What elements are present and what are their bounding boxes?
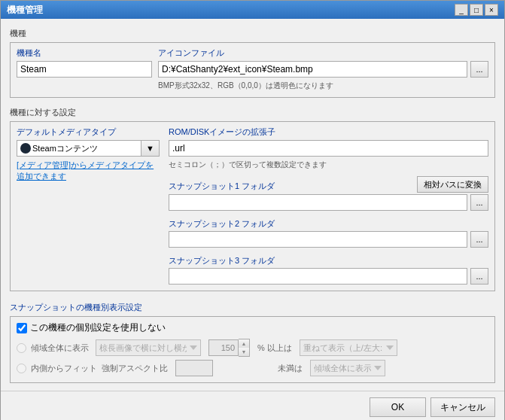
icon-hint: BMP形式32x32、RGB（0,0,0）は透明色になります (158, 81, 488, 91)
default-media-label: デフォルトメディアタイプ (17, 126, 160, 138)
media-dropdown-button[interactable]: ▼ (141, 140, 160, 157)
snapshot-display-title: スナップショットの機種別表示設定 (10, 302, 495, 313)
media-select-value: Steamコンテンツ (32, 143, 98, 154)
machine-name-col: 機種名 (17, 47, 152, 78)
machine-name-label: 機種名 (17, 47, 152, 59)
percent-input[interactable] (208, 339, 239, 356)
machine-name-input[interactable] (17, 61, 152, 78)
snapshot2-label: スナップショット2 フォルダ (169, 218, 488, 230)
machine-fields-row: 機種名 アイコンファイル ... BMP形式32x32、RGB（0,0,0）は透… (17, 47, 488, 91)
snapshot3-label: スナップショット3 フォルダ (169, 255, 488, 266)
individual-setting-label: この機種の個別設定を使用しない (30, 321, 166, 334)
icon-file-row: ... (158, 61, 488, 78)
individual-setting-checkbox[interactable] (17, 323, 27, 333)
snapshot-display-group: この機種の個別設定を使用しない 傾域全体に表示 椋長画像で横に対し横が (10, 316, 495, 383)
number-wrapper: ▲ ▼ (208, 339, 250, 357)
settings-top-row: デフォルトメディアタイプ Steamコンテンツ ▼ [メディア管理]からメディア… (17, 126, 488, 285)
title-bar-buttons: _ □ × (455, 4, 498, 16)
machine-group: 機種 機種名 アイコンファイル ... BMP形式 (10, 28, 495, 98)
radio-group: 傾域全体に表示 椋長画像で横に対し横が ▲ ▼ (17, 339, 488, 376)
window-title: 機種管理 (7, 4, 43, 17)
individual-setting-checkbox-row: この機種の個別設定を使用しない (17, 321, 488, 334)
snapshot2-browse-button[interactable]: ... (470, 231, 488, 248)
title-bar: 機種管理 _ □ × (1, 1, 504, 19)
snapshot3-header: スナップショット3 フォルダ (169, 252, 488, 266)
snapshot3-row: ... (169, 268, 488, 285)
spinner-down[interactable]: ▼ (239, 348, 249, 356)
snapshot-display-section: スナップショットの機種別表示設定 この機種の個別設定を使用しない 傾域全体に表示… (10, 302, 495, 383)
main-window: 機種管理 _ □ × 機種 機種名 アイコンファイル (0, 0, 505, 420)
percent-label: % 以上は (257, 342, 292, 354)
radio-fit-inner[interactable] (17, 364, 26, 373)
snapshot2-row: ... (169, 231, 488, 248)
dialog-content: 機種 機種名 アイコンファイル ... BMP形式 (1, 19, 504, 391)
radio-fit-inner-label: 内側からフィット (31, 363, 97, 374)
icon-file-col: アイコンファイル ... BMP形式32x32、RGB（0,0,0）は透明色にな… (158, 47, 488, 91)
radio-full-area[interactable] (17, 343, 26, 353)
spinner-buttons: ▲ ▼ (239, 339, 250, 357)
aspect-ratio-label: 強制アスペクト比 (102, 363, 168, 374)
snapshot2-input[interactable] (169, 231, 467, 248)
maximize-button[interactable]: □ (470, 4, 483, 16)
radio-row-2: 内側からフィット 強制アスペクト比 未満は 傾域全体に表示 (17, 360, 488, 376)
snapshot1-label: スナップショット1 フォルダ (169, 181, 275, 192)
combo-overlay-mode[interactable]: 重ねて表示（上/左大:比率維持 (300, 339, 397, 356)
to-relative-button[interactable]: 相対パスに変換 (417, 176, 488, 193)
bottom-bar: OK キャンセル (1, 391, 504, 420)
icon-file-label: アイコンファイル (158, 47, 488, 59)
rom-label: ROM/DISKイメージの拡張子 (169, 126, 488, 138)
radio-full-area-label: 傾域全体に表示 (31, 342, 91, 354)
media-add-link[interactable]: [メディア管理]からメディアタイプを追加できます (17, 160, 160, 182)
rom-hint: セミコロン（；）で区切って複数設定できます (169, 160, 488, 170)
snapshot3-input[interactable] (169, 268, 467, 285)
radio-row-1: 傾域全体に表示 椋長画像で横に対し横が ▲ ▼ (17, 339, 488, 357)
rom-snapshot-col: ROM/DISKイメージの拡張子 セミコロン（；）で区切って複数設定できます ス… (169, 126, 488, 285)
ok-button[interactable]: OK (370, 397, 426, 417)
settings-group-box: デフォルトメディアタイプ Steamコンテンツ ▼ [メディア管理]からメディア… (10, 121, 495, 291)
machine-section-label: 機種 (10, 28, 495, 39)
aspect-ratio-input[interactable] (175, 360, 213, 376)
close-button[interactable]: × (485, 4, 498, 16)
snapshot1-browse-button[interactable]: ... (470, 194, 488, 211)
icon-browse-button[interactable]: ... (470, 61, 488, 78)
machine-group-box: 機種名 アイコンファイル ... BMP形式32x32、RGB（0,0,0）は透… (10, 42, 495, 98)
rom-input[interactable] (169, 140, 488, 157)
cancel-button[interactable]: キャンセル (430, 397, 495, 417)
steam-icon (20, 143, 31, 154)
media-col: デフォルトメディアタイプ Steamコンテンツ ▼ [メディア管理]からメディア… (17, 126, 160, 182)
media-select-display: Steamコンテンツ (17, 140, 141, 157)
settings-group: 機種に対する設定 デフォルトメディアタイプ Steamコンテンツ ▼ (10, 107, 495, 291)
snapshot3-browse-button[interactable]: ... (470, 268, 488, 285)
snapshot2-header: スナップショット2 フォルダ (169, 215, 488, 230)
snapshot1-header: スナップショット1 フォルダ 相対パスに変換 (169, 176, 488, 193)
combo-display-mode[interactable]: 椋長画像で横に対し横が (96, 339, 201, 356)
combo-under-mode[interactable]: 傾域全体に表示 (310, 360, 385, 376)
snapshot1-row: ... (169, 194, 488, 211)
media-select-row: Steamコンテンツ ▼ (17, 140, 160, 157)
minimize-button[interactable]: _ (455, 4, 468, 16)
icon-file-input[interactable] (158, 61, 467, 78)
settings-section-label: 機種に対する設定 (10, 107, 495, 118)
under-label: 未満は (278, 363, 303, 374)
snapshot1-input[interactable] (169, 194, 467, 211)
spinner-up[interactable]: ▲ (239, 339, 249, 348)
